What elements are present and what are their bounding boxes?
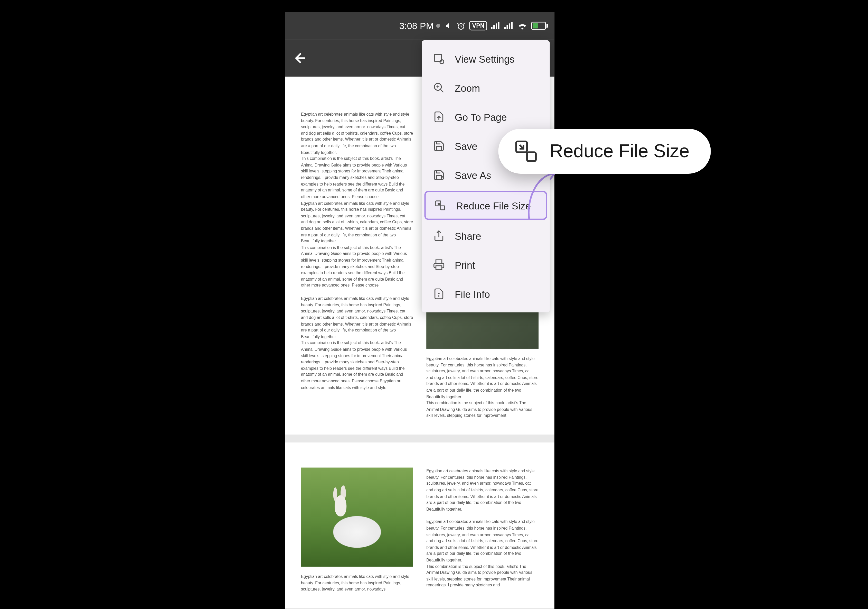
back-icon[interactable] [293,51,308,65]
menu-label: Save [455,140,477,152]
menu-file-info[interactable]: File Info [422,279,550,308]
svg-rect-14 [436,266,442,270]
save-as-icon [432,168,445,182]
mute-icon [445,22,453,30]
menu-label: File Info [455,288,490,300]
svg-rect-6 [507,25,508,29]
menu-label: Save As [455,169,491,181]
document-image-rabbit [301,468,413,567]
body-text: This combination is the subject of this … [426,563,538,589]
menu-label: Share [455,230,481,242]
svg-rect-1 [491,27,493,29]
svg-point-15 [439,293,439,294]
svg-rect-8 [511,22,513,29]
save-icon [432,139,445,152]
menu-label: Print [455,259,475,270]
signal-icon [491,22,500,30]
svg-rect-3 [496,23,497,29]
go-to-page-icon [432,110,445,123]
body-text: This combination is the subject of this … [301,244,413,289]
body-text: Egyptian art celebrates animals like cat… [426,468,538,512]
callout-pill: Reduce File Size [498,129,711,174]
file-info-icon [432,287,445,300]
signal-icon-2 [504,22,513,30]
body-text: Egyptian art celebrates animals like cat… [426,356,538,400]
share-icon [432,229,445,242]
body-text: Egyptian art celebrates animals like cat… [301,295,413,340]
svg-rect-4 [498,22,499,29]
wifi-icon [518,22,527,30]
reduce-file-size-icon [514,139,538,163]
body-text: This combination is the subject of this … [426,400,538,419]
status-time: 3:08 PM [399,20,440,31]
vpn-badge: VPN [470,21,487,30]
menu-label: Reduce File Size [456,200,531,211]
view-settings-icon [432,52,445,65]
text-column-right: Egyptian art celebrates animals like cat… [426,468,538,592]
menu-go-to-page[interactable]: Go To Page [422,102,550,131]
status-bar: 3:08 PM VPN [285,12,555,40]
callout-label: Reduce File Size [550,141,690,162]
status-dot-icon [436,24,440,28]
svg-rect-7 [509,23,510,29]
svg-rect-5 [504,27,506,29]
battery-icon [531,22,548,30]
menu-label: View Settings [455,53,515,65]
body-text: Egyptian art celebrates animals like cat… [301,111,413,155]
menu-label: Zoom [455,82,480,93]
print-icon [432,258,445,271]
menu-view-settings[interactable]: View Settings [422,44,550,73]
menu-label: Go To Page [455,111,507,123]
body-text: This combination is the subject of this … [301,340,413,391]
callout-arrow-icon [522,168,562,221]
document-page: Egyptian art celebrates animals like cat… [285,443,555,608]
menu-print[interactable]: Print [422,250,550,279]
menu-zoom[interactable]: Zoom [422,73,550,102]
body-text: Egyptian art celebrates animals like cat… [426,519,538,563]
zoom-icon [432,81,445,94]
body-text: Egyptian art celebrates animals like cat… [301,573,413,592]
text-column-left: Egyptian art celebrates animals like cat… [301,468,413,592]
svg-rect-17 [527,152,536,161]
status-indicators: VPN [445,21,548,30]
svg-rect-13 [441,206,445,210]
body-text: This combination is the subject of this … [301,155,413,200]
text-column-left: Egyptian art celebrates animals like cat… [301,111,413,419]
alarm-icon [457,22,466,30]
clock-text: 3:08 PM [399,20,434,31]
menu-share[interactable]: Share [422,221,550,250]
reduce-file-size-icon [434,199,446,212]
svg-rect-2 [493,25,495,29]
body-text: Egyptian art celebrates animals like cat… [301,200,413,244]
